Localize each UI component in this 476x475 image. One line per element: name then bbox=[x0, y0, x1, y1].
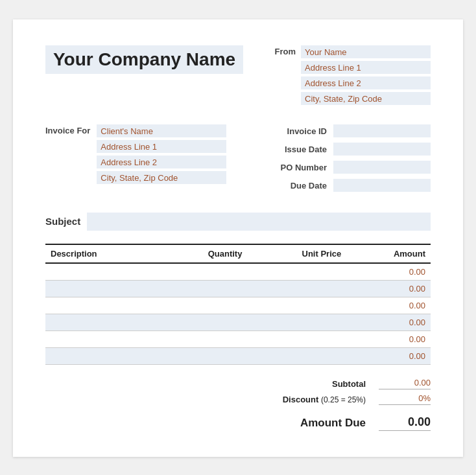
client-address1-input[interactable] bbox=[97, 140, 226, 153]
amount-cell: 0.00 bbox=[346, 314, 431, 331]
amount-due-row: Amount Due 0.00 bbox=[45, 415, 431, 431]
discount-value: 0% bbox=[379, 393, 431, 405]
po-number-row: PO Number bbox=[249, 161, 431, 174]
totals-section: Subtotal 0.00 Discount (0.25 = 25%) 0% A… bbox=[45, 378, 431, 431]
discount-label-text: Discount bbox=[283, 395, 319, 404]
desc-cell bbox=[45, 281, 158, 297]
amount-cell: 0.00 bbox=[346, 348, 431, 365]
from-name-input[interactable] bbox=[301, 45, 431, 58]
desc-cell bbox=[45, 331, 158, 348]
middle-section: Invoice For Invoice ID Issue Date PO Num… bbox=[45, 124, 431, 192]
invoice-id-label: Invoice ID bbox=[268, 126, 327, 136]
quantity-header: Quantity bbox=[158, 244, 247, 263]
amount-cell: 0.00 bbox=[346, 297, 431, 314]
from-section: From bbox=[275, 45, 431, 105]
amount-header: Amount bbox=[346, 244, 431, 263]
table-row: 0.00 bbox=[45, 314, 431, 331]
discount-label: Discount (0.25 = 25%) bbox=[262, 395, 366, 404]
subtotal-label: Subtotal bbox=[262, 379, 366, 389]
invoice-for-label: Invoice For bbox=[45, 124, 90, 135]
price-cell bbox=[247, 297, 346, 314]
qty-cell bbox=[158, 348, 247, 365]
from-label: From bbox=[275, 45, 296, 56]
issue-date-row: Issue Date bbox=[249, 143, 431, 156]
price-cell bbox=[247, 314, 346, 331]
from-fields bbox=[301, 45, 431, 105]
table-row: 0.00 bbox=[45, 348, 431, 365]
invoice-for-section: Invoice For bbox=[45, 124, 226, 184]
table-header-row: Description Quantity Unit Price Amount bbox=[45, 244, 431, 263]
po-number-label: PO Number bbox=[268, 163, 327, 172]
qty-cell bbox=[158, 314, 247, 331]
issue-date-input[interactable] bbox=[333, 143, 431, 156]
client-name-input[interactable] bbox=[97, 124, 226, 137]
qty-cell bbox=[158, 263, 247, 281]
qty-cell bbox=[158, 331, 247, 348]
description-header: Description bbox=[45, 244, 158, 263]
client-city-input[interactable] bbox=[97, 171, 226, 184]
due-date-row: Due Date bbox=[249, 179, 431, 192]
subject-input[interactable] bbox=[87, 213, 431, 231]
discount-row: Discount (0.25 = 25%) 0% bbox=[45, 393, 431, 405]
client-address2-input[interactable] bbox=[97, 156, 226, 168]
amount-cell: 0.00 bbox=[346, 281, 431, 297]
subject-wrapper: Subject bbox=[45, 211, 431, 231]
subject-section: Subject bbox=[45, 211, 431, 231]
subtotal-row: Subtotal 0.00 bbox=[45, 378, 431, 389]
table-row: 0.00 bbox=[45, 263, 431, 281]
qty-cell bbox=[158, 281, 247, 297]
discount-hint: (0.25 = 25%) bbox=[321, 395, 366, 404]
from-address1-input[interactable] bbox=[301, 61, 431, 74]
company-name-text: Your Company Name bbox=[45, 45, 243, 74]
invoice-id-row: Invoice ID bbox=[249, 124, 431, 137]
subtotal-value: 0.00 bbox=[379, 378, 431, 389]
amount-cell: 0.00 bbox=[346, 263, 431, 281]
invoice-id-input[interactable] bbox=[333, 124, 431, 137]
issue-date-label: Issue Date bbox=[268, 145, 327, 154]
desc-cell bbox=[45, 297, 158, 314]
from-city-input[interactable] bbox=[301, 92, 431, 105]
price-cell bbox=[247, 348, 346, 365]
desc-cell bbox=[45, 314, 158, 331]
invoice: Your Company Name From Invoice For bbox=[13, 19, 463, 457]
amount-due-value: 0.00 bbox=[379, 415, 431, 431]
table-row: 0.00 bbox=[45, 331, 431, 348]
price-cell bbox=[247, 331, 346, 348]
subject-label: Subject bbox=[45, 216, 80, 227]
due-date-label: Due Date bbox=[268, 181, 327, 191]
amount-cell: 0.00 bbox=[346, 331, 431, 348]
po-number-input[interactable] bbox=[333, 161, 431, 174]
from-row: From bbox=[275, 45, 431, 105]
top-section: Your Company Name From bbox=[45, 45, 431, 105]
invoice-meta: Invoice ID Issue Date PO Number Due Date bbox=[249, 124, 431, 192]
table-row: 0.00 bbox=[45, 281, 431, 297]
desc-cell bbox=[45, 263, 158, 281]
amount-due-label: Amount Due bbox=[300, 417, 366, 430]
due-date-input[interactable] bbox=[333, 179, 431, 192]
qty-cell bbox=[158, 297, 247, 314]
from-address2-input[interactable] bbox=[301, 76, 431, 89]
desc-cell bbox=[45, 348, 158, 365]
unit-price-header: Unit Price bbox=[247, 244, 346, 263]
company-name: Your Company Name bbox=[45, 45, 243, 74]
price-cell bbox=[247, 263, 346, 281]
invoice-table: Description Quantity Unit Price Amount 0… bbox=[45, 244, 431, 365]
client-fields bbox=[97, 124, 226, 184]
table-row: 0.00 bbox=[45, 297, 431, 314]
price-cell bbox=[247, 281, 346, 297]
